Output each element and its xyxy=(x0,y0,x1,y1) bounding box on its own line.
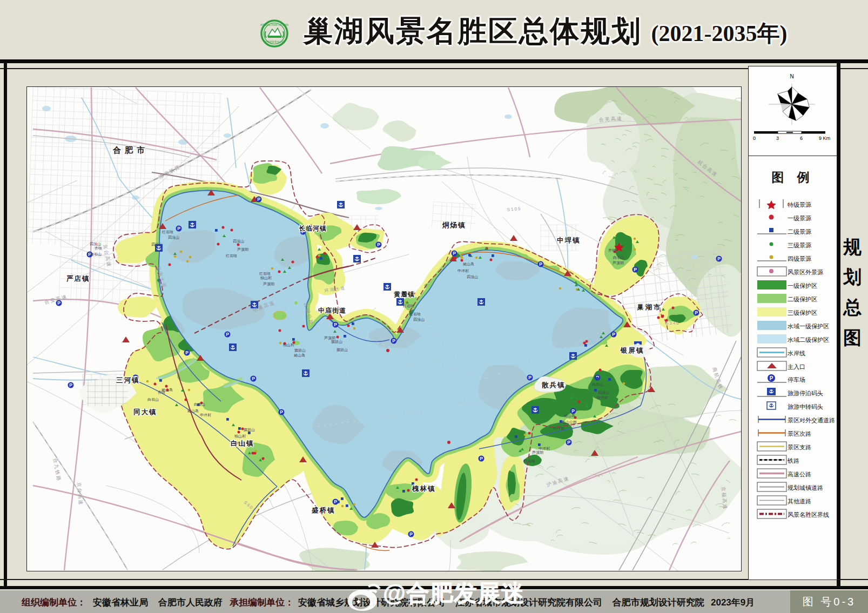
svg-text:P: P xyxy=(392,338,395,343)
svg-text:中垾村: 中垾村 xyxy=(200,413,211,417)
svg-text:白石山: 白石山 xyxy=(194,402,205,407)
svg-text:中垾村: 中垾村 xyxy=(233,441,244,446)
svg-text:中垾村: 中垾村 xyxy=(457,269,469,273)
svg-text:红石咀: 红石咀 xyxy=(226,254,237,258)
svg-text:P: P xyxy=(770,375,773,381)
svg-text:白石山: 白石山 xyxy=(592,382,603,387)
svg-text:P: P xyxy=(409,531,413,537)
svg-text:P: P xyxy=(252,376,255,381)
svg-text:白石山: 白石山 xyxy=(147,398,159,402)
svg-text:P: P xyxy=(185,350,189,355)
svg-text:三河镇: 三河镇 xyxy=(116,376,140,384)
svg-text:烔炀镇: 烔炀镇 xyxy=(442,221,466,229)
svg-text:旗鼓山: 旗鼓山 xyxy=(294,348,306,353)
svg-text:P: P xyxy=(539,261,542,267)
svg-text:白石山: 白石山 xyxy=(90,252,102,257)
svg-text:盛桥镇: 盛桥镇 xyxy=(311,507,335,514)
svg-text:P: P xyxy=(177,226,180,231)
svg-text:黄麓镇: 黄麓镇 xyxy=(394,291,415,298)
svg-text:中垾镇: 中垾镇 xyxy=(557,237,581,244)
svg-text:姥山岛: 姥山岛 xyxy=(564,414,575,418)
svg-text:槐林镇: 槐林镇 xyxy=(412,485,436,493)
svg-text:红石咀: 红石咀 xyxy=(409,312,421,316)
svg-text:P: P xyxy=(334,499,337,504)
svg-text:9 Km: 9 Km xyxy=(819,136,830,141)
svg-text:中庙街道: 中庙街道 xyxy=(318,307,346,314)
svg-text:四顶山: 四顶山 xyxy=(168,235,179,240)
svg-text:龟山公园: 龟山公园 xyxy=(562,420,577,425)
svg-text:长临河镇: 长临河镇 xyxy=(299,225,327,232)
svg-text:四顶山: 四顶山 xyxy=(598,390,609,395)
svg-text:P: P xyxy=(334,322,337,327)
svg-text:P: P xyxy=(69,382,72,388)
svg-text:中垾村: 中垾村 xyxy=(553,427,564,431)
svg-text:P: P xyxy=(480,456,483,461)
svg-text:独山村: 独山村 xyxy=(234,434,246,439)
svg-text:P: P xyxy=(453,251,456,256)
svg-text:四顶山: 四顶山 xyxy=(233,239,244,244)
svg-text:散兵镇: 散兵镇 xyxy=(541,381,566,389)
svg-text:姥山岛: 姥山岛 xyxy=(187,409,199,413)
svg-text:红石咀: 红石咀 xyxy=(162,230,173,234)
svg-text:四顶山: 四顶山 xyxy=(413,318,425,322)
svg-text:巢湖市: 巢湖市 xyxy=(637,304,662,311)
svg-text:红石咀: 红石咀 xyxy=(524,459,535,463)
svg-text:N: N xyxy=(790,73,793,79)
svg-text:旗鼓山: 旗鼓山 xyxy=(331,340,342,344)
svg-text:红石咀: 红石咀 xyxy=(403,304,414,308)
svg-text:齐咀: 齐咀 xyxy=(158,390,165,394)
svg-text:芦溪阳: 芦溪阳 xyxy=(532,450,543,455)
svg-text:姥山岛: 姥山岛 xyxy=(294,353,305,358)
svg-text:P: P xyxy=(567,440,570,445)
svg-text:P: P xyxy=(612,332,615,337)
svg-text:红石咀: 红石咀 xyxy=(259,272,271,276)
svg-text:P: P xyxy=(528,375,531,380)
svg-text:严店镇: 严店镇 xyxy=(66,275,90,282)
svg-text:白石山: 白石山 xyxy=(613,255,624,260)
svg-text:P: P xyxy=(280,409,283,415)
svg-text:3: 3 xyxy=(776,136,779,141)
svg-text:独山村: 独山村 xyxy=(260,276,272,280)
svg-text:齐咀: 齐咀 xyxy=(95,246,102,250)
svg-text:6: 6 xyxy=(800,136,803,141)
svg-text:G346: G346 xyxy=(665,321,680,326)
svg-text:P: P xyxy=(257,197,260,202)
svg-text:旗鼓山: 旗鼓山 xyxy=(337,348,348,352)
svg-text:P: P xyxy=(717,256,721,261)
svg-text:P: P xyxy=(634,267,637,272)
svg-text:芦溪阳: 芦溪阳 xyxy=(263,282,274,286)
svg-text:中垾村: 中垾村 xyxy=(597,396,608,400)
svg-text:同大镇: 同大镇 xyxy=(133,408,157,416)
svg-text:四顶山: 四顶山 xyxy=(90,242,101,246)
svg-text:姥山岛: 姥山岛 xyxy=(463,262,474,266)
svg-text:P: P xyxy=(377,242,380,247)
svg-text:中国国家森林公园: 中国国家森林公园 xyxy=(265,41,284,43)
svg-text:银屏镇: 银屏镇 xyxy=(620,347,644,354)
svg-text:合肥市: 合肥市 xyxy=(112,145,149,154)
svg-text:芦溪阳: 芦溪阳 xyxy=(237,247,248,252)
svg-text:0: 0 xyxy=(753,136,756,141)
svg-text:P: P xyxy=(226,332,229,337)
svg-text:独山村: 独山村 xyxy=(283,343,294,347)
svg-text:旗鼓山: 旗鼓山 xyxy=(244,428,255,432)
svg-text:四顶山: 四顶山 xyxy=(151,242,163,247)
svg-text:P: P xyxy=(695,310,698,315)
svg-text:四顶山: 四顶山 xyxy=(467,275,478,279)
svg-text:齐咀: 齐咀 xyxy=(608,248,616,252)
svg-text:P: P xyxy=(571,408,575,414)
svg-text:芦溪阳: 芦溪阳 xyxy=(613,261,624,265)
svg-text:NATIONAL PARK OF CHINA: NATIONAL PARK OF CHINA xyxy=(260,24,288,26)
